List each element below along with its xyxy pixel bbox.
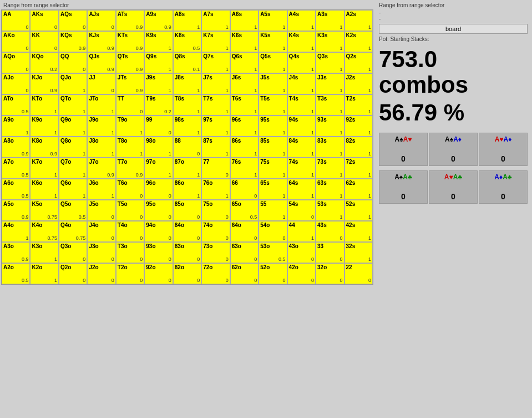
cell-jto[interactable]: JTo1 [87,94,115,115]
cell-j6s[interactable]: J6s1 [230,73,259,94]
cell-k5s[interactable]: K5s1 [259,31,287,52]
cell-ato[interactable]: ATo0.5 [2,94,30,115]
cell-kto[interactable]: KTo1 [30,94,58,115]
cell-j2o[interactable]: J2o0 [87,263,115,284]
cell-j8o[interactable]: J8o1 [87,137,115,158]
cell-22[interactable]: 220 [344,263,373,284]
cell-aa[interactable]: AA0 [2,10,30,31]
cell-q2o[interactable]: Q2o0 [59,263,87,284]
cell-q9s[interactable]: Q9s1 [144,52,173,73]
cell-a3s[interactable]: A3s1 [316,10,344,31]
cell-q6s[interactable]: Q6s1 [230,52,259,73]
cell-a9s[interactable]: A9s0.9 [144,10,173,31]
cell-tt[interactable]: TT0 [116,94,144,115]
cell-a4s[interactable]: A4s1 [287,10,316,31]
cell-62s[interactable]: 62s1 [344,179,373,200]
cell-k5o[interactable]: K5o0.75 [30,200,58,221]
board-button[interactable]: board [379,24,528,34]
cell-q6o[interactable]: Q6o1 [59,179,87,200]
cell-76s[interactable]: 76s1 [230,158,259,179]
cell-43o[interactable]: 43o0 [287,242,316,263]
cell-53s[interactable]: 53s1 [316,200,344,221]
cell-a6s[interactable]: A6s1 [230,10,259,31]
cell-64s[interactable]: 64s1 [287,179,316,200]
cell-j6o[interactable]: J6o1 [87,179,115,200]
cell-j3o[interactable]: J3o0 [87,242,115,263]
cell-96s[interactable]: 96s1 [230,115,259,137]
cell-54s[interactable]: 54s0 [287,200,316,221]
cell-62o[interactable]: 62o0 [230,263,259,284]
cell-k8s[interactable]: K8s0.5 [173,31,201,52]
cell-kjs[interactable]: KJs0.9 [87,31,115,52]
cell-qts[interactable]: QTs0.9 [116,52,144,73]
cell-kjo[interactable]: KJo0.9 [30,73,58,94]
cell-84o[interactable]: 84o0 [173,221,201,242]
cell-aks[interactable]: AKs0 [30,10,58,31]
cell-74o[interactable]: 74o0 [201,221,230,242]
cell-54o[interactable]: 54o0 [259,221,287,242]
cell-66[interactable]: 660 [230,179,259,200]
cell-95s[interactable]: 95s1 [259,115,287,137]
cell-ajo[interactable]: AJo0 [2,73,30,94]
cell-t9o[interactable]: T9o1 [116,115,144,137]
cell-a2s[interactable]: A2s1 [344,10,373,31]
cell-q3s[interactable]: Q3s1 [316,52,344,73]
cell-32s[interactable]: 32s1 [344,242,373,263]
cell-k4o[interactable]: K4o0.75 [30,221,58,242]
cell-a6o[interactable]: A6o0.5 [2,179,30,200]
cell-65s[interactable]: 65s1 [259,179,287,200]
cell-aqs[interactable]: AQs0 [59,10,87,31]
cell-a7o[interactable]: A7o0.5 [2,158,30,179]
cell-j9o[interactable]: J9o1 [87,115,115,137]
cell-33[interactable]: 330 [316,242,344,263]
cell-ako[interactable]: AKo0 [2,31,30,52]
cell-q2s[interactable]: Q2s1 [344,52,373,73]
cell-qto[interactable]: QTo1 [59,94,87,115]
cell-52o[interactable]: 52o0 [259,263,287,284]
cell-j3s[interactable]: J3s1 [316,73,344,94]
cell-a2o[interactable]: A2o0.5 [2,263,30,284]
cell-j7o[interactable]: J7o0.9 [87,158,115,179]
cell-kts[interactable]: KTs0.9 [116,31,144,52]
cell-88[interactable]: 880 [173,137,201,158]
cell-73s[interactable]: 73s1 [316,158,344,179]
cell-92s[interactable]: 92s1 [344,115,373,137]
cell-a5s[interactable]: A5s1 [259,10,287,31]
cell-72s[interactable]: 72s1 [344,158,373,179]
cell-k6s[interactable]: K6s1 [230,31,259,52]
cell-t5o[interactable]: T5o0 [116,200,144,221]
cell-jj[interactable]: JJ0 [87,73,115,94]
cell-75o[interactable]: 75o0 [201,200,230,221]
cell-j9s[interactable]: J9s1 [144,73,173,94]
cell-t3s[interactable]: T3s1 [316,94,344,115]
cell-98s[interactable]: 98s1 [173,115,201,137]
cell-t6o[interactable]: T6o0 [116,179,144,200]
cell-87o[interactable]: 87o1 [173,158,201,179]
cell-85o[interactable]: 85o0 [173,200,201,221]
cell-t7o[interactable]: T7o0.9 [116,158,144,179]
cell-qjo[interactable]: QJo1 [59,73,87,94]
cell-q3o[interactable]: Q3o0 [59,242,87,263]
cell-63o[interactable]: 63o0 [230,242,259,263]
cell-k9s[interactable]: K9s1 [144,31,173,52]
cell-j2s[interactable]: J2s1 [344,73,373,94]
cell-94s[interactable]: 94s1 [287,115,316,137]
cell-j4s[interactable]: J4s1 [287,73,316,94]
cell-98o[interactable]: 98o1 [144,137,173,158]
cell-a8s[interactable]: A8s1 [173,10,201,31]
cell-83o[interactable]: 83o0 [173,242,201,263]
cell-74s[interactable]: 74s1 [287,158,316,179]
cell-a5o[interactable]: A5o0.9 [2,200,30,221]
cell-77[interactable]: 770 [201,158,230,179]
cell-k2s[interactable]: K2s1 [344,31,373,52]
cell-t9s[interactable]: T9s0.2 [144,94,173,115]
cell-k6o[interactable]: K6o1 [30,179,58,200]
cell-k9o[interactable]: K9o1 [30,115,58,137]
cell-a9o[interactable]: A9o1 [2,115,30,137]
cell-j7s[interactable]: J7s1 [201,73,230,94]
cell-94o[interactable]: 94o0 [144,221,173,242]
cell-q9o[interactable]: Q9o1 [59,115,87,137]
cell-85s[interactable]: 85s1 [259,137,287,158]
cell-t3o[interactable]: T3o0 [116,242,144,263]
cell-53o[interactable]: 53o0.5 [259,242,287,263]
